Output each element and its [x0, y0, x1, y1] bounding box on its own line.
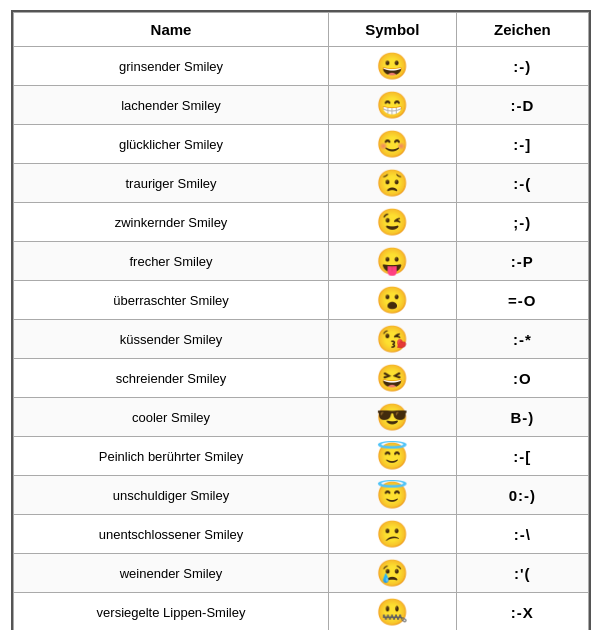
table-row: unschuldiger Smiley😇0:-) [14, 476, 589, 515]
cell-symbol: 😟 [329, 164, 457, 203]
cell-name: überraschter Smiley [14, 281, 329, 320]
cell-name: glücklicher Smiley [14, 125, 329, 164]
cell-zeichen: =-O [456, 281, 588, 320]
cell-name: weinender Smiley [14, 554, 329, 593]
smiley-table-container: Name Symbol Zeichen grinsender Smiley😀:-… [11, 10, 591, 630]
cell-zeichen: :-\ [456, 515, 588, 554]
cell-symbol: 😇 [329, 476, 457, 515]
cell-zeichen: :-* [456, 320, 588, 359]
cell-zeichen: B-) [456, 398, 588, 437]
cell-symbol: 😎 [329, 398, 457, 437]
cell-symbol: 😀 [329, 47, 457, 86]
cell-name: zwinkernder Smiley [14, 203, 329, 242]
cell-symbol: 😆 [329, 359, 457, 398]
table-row: überraschter Smiley😮=-O [14, 281, 589, 320]
table-row: lachender Smiley😁:-D [14, 86, 589, 125]
table-row: Peinlich berührter Smiley😇:-[ [14, 437, 589, 476]
table-row: frecher Smiley😛:-P [14, 242, 589, 281]
cell-zeichen: :-X [456, 593, 588, 631]
cell-symbol: 🤐 [329, 593, 457, 631]
cell-name: frecher Smiley [14, 242, 329, 281]
table-row: grinsender Smiley😀:-) [14, 47, 589, 86]
cell-zeichen: :-) [456, 47, 588, 86]
smiley-table: Name Symbol Zeichen grinsender Smiley😀:-… [13, 12, 589, 630]
cell-zeichen: :'( [456, 554, 588, 593]
cell-symbol: 😁 [329, 86, 457, 125]
cell-zeichen: ;-) [456, 203, 588, 242]
table-row: cooler Smiley😎B-) [14, 398, 589, 437]
cell-symbol: 😊 [329, 125, 457, 164]
table-row: glücklicher Smiley😊:-] [14, 125, 589, 164]
cell-symbol: 😘 [329, 320, 457, 359]
cell-name: versiegelte Lippen-Smiley [14, 593, 329, 631]
cell-name: grinsender Smiley [14, 47, 329, 86]
table-row: küssender Smiley😘:-* [14, 320, 589, 359]
table-row: weinender Smiley😢:'( [14, 554, 589, 593]
cell-zeichen: 0:-) [456, 476, 588, 515]
cell-symbol: 😢 [329, 554, 457, 593]
cell-symbol: 😇 [329, 437, 457, 476]
col-header-zeichen: Zeichen [456, 13, 588, 47]
cell-name: trauriger Smiley [14, 164, 329, 203]
table-row: schreiender Smiley😆:O [14, 359, 589, 398]
table-row: versiegelte Lippen-Smiley🤐:-X [14, 593, 589, 631]
cell-name: küssender Smiley [14, 320, 329, 359]
cell-name: unschuldiger Smiley [14, 476, 329, 515]
table-row: unentschlossener Smiley😕:-\ [14, 515, 589, 554]
cell-symbol: 😮 [329, 281, 457, 320]
cell-zeichen: :O [456, 359, 588, 398]
cell-zeichen: :-( [456, 164, 588, 203]
cell-name: lachender Smiley [14, 86, 329, 125]
table-row: zwinkernder Smiley😉;-) [14, 203, 589, 242]
cell-zeichen: :-P [456, 242, 588, 281]
table-header-row: Name Symbol Zeichen [14, 13, 589, 47]
cell-zeichen: :-[ [456, 437, 588, 476]
cell-zeichen: :-D [456, 86, 588, 125]
cell-symbol: 😛 [329, 242, 457, 281]
cell-zeichen: :-] [456, 125, 588, 164]
cell-name: Peinlich berührter Smiley [14, 437, 329, 476]
cell-name: cooler Smiley [14, 398, 329, 437]
cell-symbol: 😕 [329, 515, 457, 554]
cell-name: unentschlossener Smiley [14, 515, 329, 554]
table-row: trauriger Smiley😟:-( [14, 164, 589, 203]
col-header-name: Name [14, 13, 329, 47]
col-header-symbol: Symbol [329, 13, 457, 47]
cell-name: schreiender Smiley [14, 359, 329, 398]
cell-symbol: 😉 [329, 203, 457, 242]
